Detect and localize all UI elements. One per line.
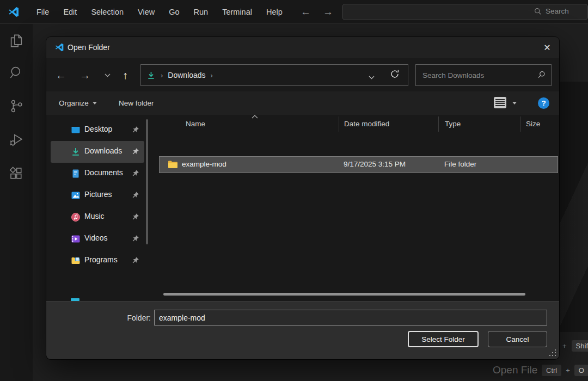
- breadcrumb-downloads[interactable]: Downloads: [168, 71, 205, 79]
- menu-help[interactable]: Help: [259, 0, 290, 24]
- documents-icon: [71, 169, 81, 179]
- menu-view[interactable]: View: [131, 0, 162, 24]
- search-icon: [534, 8, 542, 15]
- menu-edit[interactable]: Edit: [56, 0, 84, 24]
- plus-separator: +: [562, 342, 567, 350]
- nav-forward-icon[interactable]: →: [78, 68, 92, 82]
- column-header-date-modified[interactable]: Date modified: [344, 120, 389, 128]
- extensions-icon[interactable]: [8, 165, 24, 182]
- column-header-size[interactable]: Size: [526, 120, 540, 128]
- command-center-search[interactable]: Search: [342, 4, 588, 20]
- help-icon[interactable]: ?: [538, 97, 549, 109]
- source-control-icon[interactable]: [8, 98, 24, 114]
- welcome-open-file-shortcut: Ctrl + O: [542, 365, 588, 376]
- refresh-icon[interactable]: [389, 69, 403, 83]
- programs-icon: [71, 256, 81, 266]
- activity-bar: [0, 24, 33, 381]
- pin-icon[interactable]: [131, 148, 139, 156]
- nav-recent-chevron-icon[interactable]: [100, 68, 114, 82]
- keyboard-key-ctrl: Ctrl: [542, 365, 561, 376]
- close-icon[interactable]: ✕: [537, 40, 557, 55]
- folder-icon: [168, 160, 177, 169]
- sidebar-item-videos[interactable]: Videos: [51, 228, 144, 250]
- organize-button[interactable]: Organize: [59, 91, 97, 115]
- sidebar-item-music[interactable]: Music: [51, 206, 144, 228]
- file-type: File folder: [444, 160, 476, 168]
- column-header-name[interactable]: Name: [186, 120, 205, 128]
- sidebar-item-desktop[interactable]: Desktop: [51, 119, 144, 141]
- keyboard-key-o: O: [574, 365, 588, 376]
- menu-run[interactable]: Run: [187, 0, 216, 24]
- pin-icon[interactable]: [131, 213, 139, 221]
- address-dropdown-chevron-icon[interactable]: [369, 72, 375, 82]
- plus-separator: +: [566, 366, 570, 374]
- pin-icon[interactable]: [131, 235, 139, 243]
- cancel-button[interactable]: Cancel: [488, 331, 547, 347]
- vscode-logo-icon: [8, 6, 20, 18]
- menu-go[interactable]: Go: [162, 0, 186, 24]
- history-back-icon[interactable]: ←: [301, 6, 311, 18]
- open-folder-dialog: Open Folder ✕ ← → ↑ › Downloads: [46, 37, 559, 359]
- breadcrumb-chevron: ›: [161, 71, 163, 79]
- breadcrumb-chevron: ›: [211, 71, 213, 79]
- dialog-navigation-bar: ← → ↑ › Downloads ›: [46, 58, 559, 91]
- welcome-partial-shortcut: + Shif: [562, 340, 588, 352]
- pin-icon[interactable]: [131, 191, 139, 199]
- resize-grip[interactable]: [549, 349, 556, 356]
- history-forward-icon[interactable]: →: [323, 6, 333, 18]
- vscode-titlebar: File Edit Selection View Go Run Terminal…: [0, 0, 588, 24]
- address-bar[interactable]: › Downloads ›: [140, 64, 408, 86]
- menu-terminal[interactable]: Terminal: [215, 0, 259, 24]
- pin-icon[interactable]: [131, 256, 139, 265]
- folder-label: Folder:: [112, 314, 151, 322]
- sidebar-item-downloads[interactable]: Downloads: [51, 141, 144, 163]
- dialog-titlebar: Open Folder ✕: [46, 37, 559, 58]
- file-search-box: [415, 64, 552, 86]
- command-center-placeholder: Search: [546, 7, 569, 15]
- folder-name-input[interactable]: [154, 310, 547, 325]
- pictures-icon: [71, 190, 81, 200]
- welcome-open-file-link[interactable]: Open File: [493, 364, 537, 376]
- new-folder-button[interactable]: New folder: [119, 91, 154, 115]
- sort-ascending-icon: [252, 115, 258, 119]
- file-date-modified: 9/17/2025 3:15 PM: [344, 160, 406, 168]
- dialog-footer: Folder: Select Folder Cancel: [46, 301, 559, 359]
- file-row-example-mod[interactable]: example-mod 9/17/2025 3:15 PM File folde…: [159, 156, 558, 173]
- explorer-icon[interactable]: [8, 33, 24, 49]
- downloads-icon: [71, 147, 81, 157]
- downloads-location-icon: [146, 71, 156, 80]
- horizontal-scrollbar[interactable]: [163, 293, 525, 296]
- select-folder-button[interactable]: Select Folder: [408, 331, 479, 347]
- file-name: example-mod: [182, 160, 226, 168]
- screen: + Shif Open File Ctrl + O File Edit Sele…: [0, 0, 588, 381]
- vscode-logo-icon: [54, 42, 64, 52]
- chevron-down-icon: [93, 102, 97, 105]
- nav-back-icon[interactable]: ←: [54, 68, 68, 82]
- run-and-debug-icon[interactable]: [8, 132, 24, 148]
- pin-icon[interactable]: [131, 169, 139, 177]
- sidebar-item-programs[interactable]: Programs: [51, 250, 144, 272]
- search-icon: [537, 71, 546, 81]
- dialog-toolbar: Organize New folder ?: [46, 91, 559, 115]
- menubar: File Edit Selection View Go Run Terminal…: [29, 0, 290, 24]
- file-search-input[interactable]: [416, 65, 551, 85]
- desktop-icon: [71, 125, 81, 135]
- details-view-icon[interactable]: [494, 97, 506, 108]
- dialog-title: Open Folder: [68, 43, 110, 52]
- pin-icon[interactable]: [131, 126, 139, 134]
- sidebar-scrollbar[interactable]: [146, 119, 148, 244]
- menu-file[interactable]: File: [29, 0, 56, 24]
- column-header-type[interactable]: Type: [445, 120, 461, 128]
- sidebar-item-pictures[interactable]: Pictures: [51, 185, 144, 206]
- dialog-content: Desktop Downloads Documents: [46, 115, 559, 301]
- view-options-chevron-icon[interactable]: [512, 102, 517, 105]
- menu-selection[interactable]: Selection: [84, 0, 131, 24]
- file-list: Name Date modified Type Size example-mod…: [158, 115, 559, 301]
- search-icon[interactable]: [8, 64, 24, 81]
- sidebar-item-documents[interactable]: Documents: [51, 163, 144, 185]
- nav-up-icon[interactable]: ↑: [118, 68, 132, 82]
- music-icon: [71, 212, 81, 222]
- videos-icon: [71, 234, 81, 244]
- keyboard-key-shift: Shif: [572, 340, 588, 352]
